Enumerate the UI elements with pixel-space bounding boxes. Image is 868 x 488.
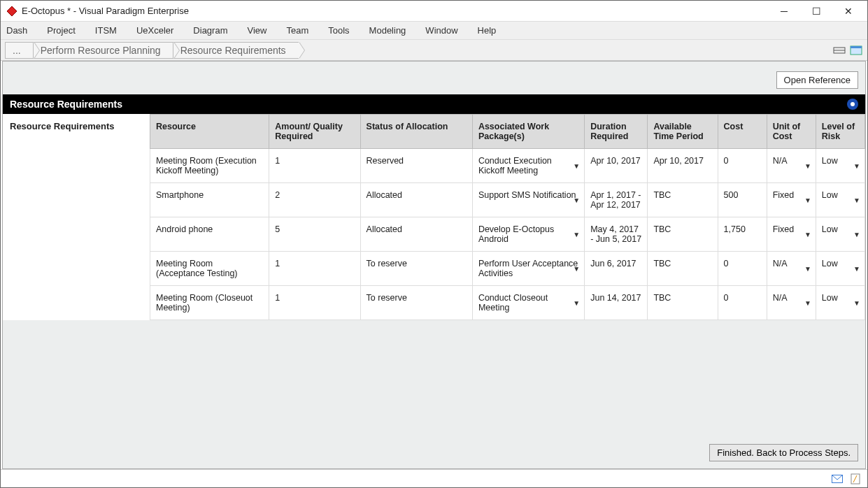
cell-resource[interactable]: Meeting Room (Closeuot Meeting)	[150, 286, 269, 320]
cell-cost[interactable]: 500	[718, 183, 767, 217]
chevron-down-icon[interactable]: ▼	[804, 162, 811, 170]
chevron-down-icon[interactable]: ▼	[573, 231, 580, 238]
chevron-down-icon[interactable]: ▼	[804, 299, 811, 307]
cell-amount[interactable]: 1	[269, 149, 360, 183]
menu-team[interactable]: Team	[286, 25, 308, 36]
cell-work[interactable]: Conduct Closeout Meeting▼	[472, 286, 584, 320]
col-unit[interactable]: Unit of Cost	[767, 115, 816, 149]
table-header-row: Resource Amount/ Quality Required Status…	[150, 115, 865, 149]
menu-diagram[interactable]: Diagram	[193, 25, 227, 36]
cell-unit[interactable]: N/A▼	[767, 286, 816, 320]
chevron-down-icon[interactable]: ▼	[853, 299, 860, 307]
cell-period[interactable]: TBC	[648, 252, 718, 286]
cell-risk[interactable]: Low▼	[816, 217, 865, 252]
chevron-down-icon[interactable]: ▼	[573, 299, 580, 307]
chevron-down-icon[interactable]: ▼	[804, 196, 811, 204]
cell-resource[interactable]: Android phone	[150, 217, 269, 252]
cell-work[interactable]: Conduct Execution Kickoff Meeting▼	[472, 149, 584, 183]
cell-period[interactable]: TBC	[648, 183, 718, 217]
toolbar-icon-2[interactable]	[849, 43, 863, 57]
menu-modeling[interactable]: Modeling	[369, 25, 406, 36]
cell-duration[interactable]: Jun 6, 2017	[585, 252, 648, 286]
cell-risk[interactable]: Low▼	[816, 183, 865, 217]
cell-risk[interactable]: Low▼	[816, 252, 865, 286]
menu-itsm[interactable]: ITSM	[95, 25, 117, 36]
cell-duration[interactable]: Apr 10, 2017	[585, 149, 648, 183]
cell-cost[interactable]: 0	[718, 252, 767, 286]
maximize-button[interactable]: ☐	[800, 1, 832, 22]
col-risk[interactable]: Level of Risk	[816, 115, 865, 149]
menu-window[interactable]: Window	[425, 25, 457, 36]
table-row[interactable]: Meeting Room (Acceptance Testing)1To res…	[150, 252, 865, 286]
chevron-down-icon[interactable]: ▼	[804, 231, 811, 238]
cell-resource[interactable]: Meeting Room (Acceptance Testing)	[150, 252, 269, 286]
cell-duration[interactable]: May 4, 2017 - Jun 5, 2017	[585, 217, 648, 252]
toolbar-icon-1[interactable]	[832, 43, 846, 57]
chevron-down-icon[interactable]: ▼	[573, 196, 580, 204]
menu-tools[interactable]: Tools	[328, 25, 349, 36]
breadcrumb-item[interactable]: ...	[5, 42, 34, 59]
open-reference-button[interactable]: Open Reference	[776, 71, 858, 89]
back-to-steps-button[interactable]: Finished. Back to Process Steps.	[709, 444, 858, 461]
col-cost[interactable]: Cost	[718, 115, 767, 149]
cell-status[interactable]: Allocated	[360, 183, 472, 217]
cell-amount[interactable]: 2	[269, 183, 360, 217]
menu-uexceler[interactable]: UeXceler	[136, 25, 173, 36]
cell-duration[interactable]: Apr 1, 2017 - Apr 12, 2017	[585, 183, 648, 217]
cell-unit[interactable]: N/A▼	[767, 252, 816, 286]
cell-status[interactable]: To reserve	[360, 286, 472, 320]
cell-status[interactable]: To reserve	[360, 252, 472, 286]
chevron-down-icon[interactable]: ▼	[573, 265, 580, 273]
cell-amount[interactable]: 1	[269, 252, 360, 286]
col-resource[interactable]: Resource	[150, 115, 269, 149]
cell-period[interactable]: TBC	[648, 217, 718, 252]
cell-period[interactable]: TBC	[648, 286, 718, 320]
col-period[interactable]: Available Time Period	[648, 115, 718, 149]
menu-project[interactable]: Project	[47, 25, 75, 36]
table-row[interactable]: Meeting Room (Execution Kickoff Meeting)…	[150, 149, 865, 183]
menu-help[interactable]: Help	[478, 25, 497, 36]
col-work[interactable]: Associated Work Package(s)	[472, 115, 584, 149]
cell-resource[interactable]: Smartphone	[150, 183, 269, 217]
svg-line-8	[853, 475, 857, 482]
cell-amount[interactable]: 5	[269, 217, 360, 252]
table-row[interactable]: Android phone5AllocatedDevelop E-Octopus…	[150, 217, 865, 252]
mail-icon[interactable]	[831, 473, 844, 485]
cell-period[interactable]: Apr 10, 2017	[648, 149, 718, 183]
note-icon[interactable]	[849, 473, 862, 485]
cell-unit[interactable]: Fixed▼	[767, 183, 816, 217]
chevron-down-icon[interactable]: ▼	[853, 265, 860, 273]
cell-work[interactable]: Develop E-Octopus Android▼	[472, 217, 584, 252]
cell-status[interactable]: Allocated	[360, 217, 472, 252]
chevron-down-icon[interactable]: ▼	[573, 162, 580, 170]
cell-status[interactable]: Reserved	[360, 149, 472, 183]
cell-cost[interactable]: 0	[718, 286, 767, 320]
menu-view[interactable]: View	[247, 25, 266, 36]
minimize-button[interactable]: ─	[768, 1, 800, 22]
chevron-down-icon[interactable]: ▼	[804, 265, 811, 273]
menu-dash[interactable]: Dash	[6, 25, 27, 36]
cell-amount[interactable]: 1	[269, 286, 360, 320]
chevron-down-icon[interactable]: ▼	[853, 162, 860, 170]
col-status[interactable]: Status of Allocation	[360, 115, 472, 149]
cell-work[interactable]: Support SMS Notification▼	[472, 183, 584, 217]
pin-icon[interactable]	[847, 99, 858, 110]
cell-resource[interactable]: Meeting Room (Execution Kickoff Meeting)	[150, 149, 269, 183]
col-duration[interactable]: Duration Required	[585, 115, 648, 149]
breadcrumb-item[interactable]: Resource Requirements	[173, 42, 299, 59]
close-button[interactable]: ✕	[832, 1, 865, 22]
cell-work[interactable]: Perform User Acceptance Activities▼	[472, 252, 584, 286]
cell-cost[interactable]: 0	[718, 149, 767, 183]
cell-cost[interactable]: 1,750	[718, 217, 767, 252]
cell-risk[interactable]: Low▼	[816, 286, 865, 320]
cell-unit[interactable]: Fixed▼	[767, 217, 816, 252]
col-amount[interactable]: Amount/ Quality Required	[269, 115, 360, 149]
cell-duration[interactable]: Jun 14, 2017	[585, 286, 648, 320]
table-row[interactable]: Meeting Room (Closeuot Meeting)1To reser…	[150, 286, 865, 320]
chevron-down-icon[interactable]: ▼	[853, 196, 860, 204]
table-row[interactable]: Smartphone2AllocatedSupport SMS Notifica…	[150, 183, 865, 217]
cell-risk[interactable]: Low▼	[816, 149, 865, 183]
cell-unit[interactable]: N/A▼	[767, 149, 816, 183]
breadcrumb-item[interactable]: Perform Resource Planning	[33, 42, 173, 59]
chevron-down-icon[interactable]: ▼	[853, 231, 860, 238]
